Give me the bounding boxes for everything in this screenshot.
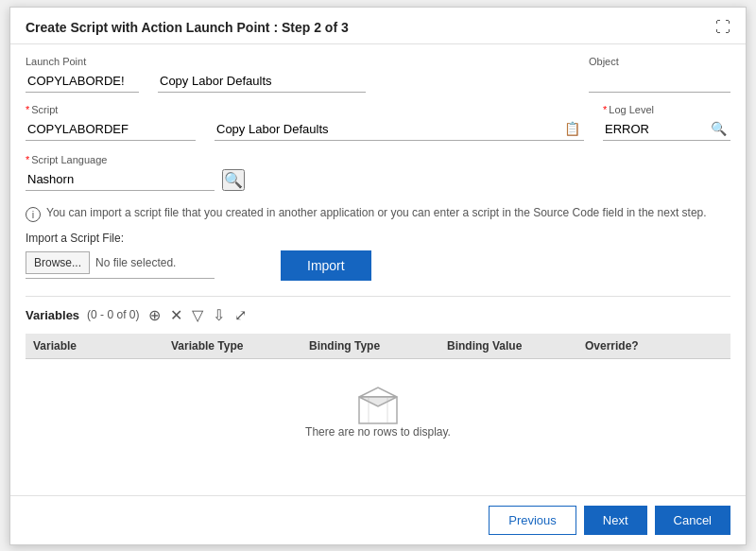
log-level-required-star: * xyxy=(603,104,607,115)
info-icon: i xyxy=(26,207,41,222)
variables-count: (0 - 0 of 0) xyxy=(87,308,139,321)
script-lang-required-star: * xyxy=(26,154,29,165)
script-required-star: * xyxy=(26,104,29,115)
col-variable: Variable xyxy=(33,339,171,353)
col-override: Override? xyxy=(585,339,723,353)
download-variable-button[interactable]: ⇩ xyxy=(211,304,227,326)
modal-footer: Previous Next Cancel xyxy=(10,495,746,544)
import-file-label: Import a Script File: xyxy=(26,232,730,245)
launch-point-field-group: Launch Point xyxy=(26,56,139,93)
launch-name-input[interactable] xyxy=(158,70,366,93)
expand-icon[interactable]: ⛶ xyxy=(715,19,730,36)
modal-title: Create Script with Action Launch Point :… xyxy=(26,20,349,35)
modal-header: Create Script with Action Launch Point :… xyxy=(10,8,746,44)
import-button[interactable]: Import xyxy=(281,250,371,281)
empty-state: There are no rows to display. xyxy=(26,359,730,457)
col-binding-type: Binding Type xyxy=(309,339,447,353)
script-field-group: *Script xyxy=(26,104,196,141)
col-variable-type: Variable Type xyxy=(171,339,309,353)
info-text: You can import a script file that you cr… xyxy=(46,206,707,219)
expand-variable-button[interactable]: ⤢ xyxy=(232,304,249,326)
col-binding-value: Binding Value xyxy=(447,339,585,353)
info-row: i You can import a script file that you … xyxy=(26,206,730,222)
log-level-input[interactable] xyxy=(603,118,707,140)
description-input[interactable] xyxy=(215,118,560,140)
object-field-group: Object xyxy=(589,56,730,93)
object-input[interactable] xyxy=(589,70,730,93)
log-level-field-wrapper: 🔍 xyxy=(603,118,730,141)
script-label: *Script xyxy=(26,104,196,115)
next-button[interactable]: Next xyxy=(584,506,647,535)
launch-point-input[interactable] xyxy=(26,70,139,93)
script-input[interactable] xyxy=(26,118,196,141)
variables-header: Variables (0 - 0 of 0) ⊕ ✕ ▽ ⇩ ⤢ xyxy=(26,304,730,326)
divider xyxy=(26,296,730,297)
launch-point-label: Launch Point xyxy=(26,56,139,67)
modal-body: Launch Point Object *Script xyxy=(10,44,746,495)
variables-toolbar: ⊕ ✕ ▽ ⇩ ⤢ xyxy=(146,304,249,326)
object-label: Object xyxy=(589,56,730,67)
description-search-icon[interactable]: 📋 xyxy=(560,119,584,138)
variables-title: Variables xyxy=(26,308,79,322)
import-file-section: Import a Script File: Browse... No file … xyxy=(26,232,730,281)
script-language-field-group: *Script Language xyxy=(26,154,215,191)
launch-name-field-group xyxy=(158,70,366,93)
script-language-search-icon[interactable]: 🔍 xyxy=(222,169,245,191)
cancel-button[interactable]: Cancel xyxy=(655,506,730,535)
description-field-wrapper: 📋 xyxy=(215,118,584,141)
add-variable-button[interactable]: ⊕ xyxy=(146,304,163,326)
log-level-label: *Log Level xyxy=(603,104,730,115)
log-level-field-group: *Log Level 🔍 xyxy=(603,104,730,141)
filter-variable-button[interactable]: ▽ xyxy=(190,304,205,326)
script-language-row: *Script Language 🔍 xyxy=(26,154,730,191)
svg-marker-1 xyxy=(359,387,397,397)
log-level-search-icon[interactable]: 🔍 xyxy=(707,119,730,138)
script-language-input[interactable] xyxy=(26,168,215,191)
empty-box-icon xyxy=(350,378,406,425)
svg-marker-2 xyxy=(359,397,397,406)
table-header: Variable Variable Type Binding Type Bind… xyxy=(26,334,730,359)
description-field-group: 📋 xyxy=(215,118,584,141)
empty-state-text: There are no rows to display. xyxy=(305,425,451,439)
browse-button[interactable]: Browse... xyxy=(26,251,90,274)
delete-variable-button[interactable]: ✕ xyxy=(168,304,184,326)
no-file-text: No file selected. xyxy=(95,256,176,269)
modal-container: Create Script with Action Launch Point :… xyxy=(9,7,747,545)
script-language-label: *Script Language xyxy=(26,154,215,165)
previous-button[interactable]: Previous xyxy=(489,506,576,535)
